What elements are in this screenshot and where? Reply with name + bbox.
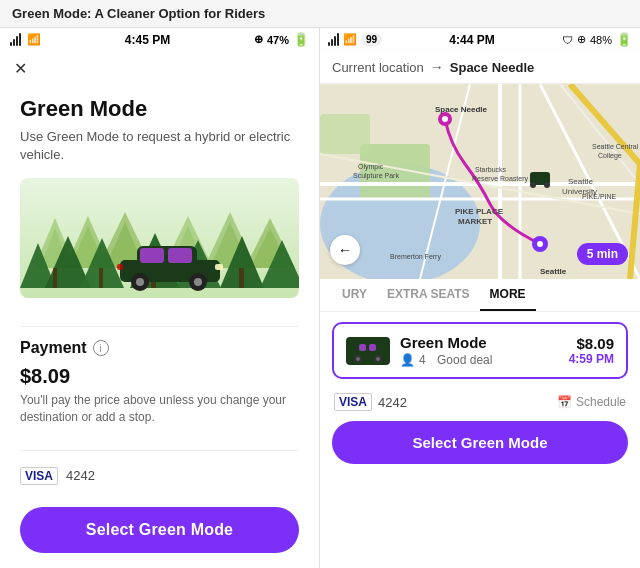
tab-extra-seats[interactable]: EXTRA SEATS [377,279,480,311]
svg-point-66 [544,182,550,188]
payment-section: Payment i [20,339,299,357]
svg-point-74 [376,357,380,361]
illustration [20,178,299,298]
svg-rect-32 [215,264,223,270]
eta-badge: 5 min [577,243,628,265]
svg-text:PIKE PLACE: PIKE PLACE [455,207,504,216]
svg-text:MARKET: MARKET [458,217,492,226]
svg-text:Seattle: Seattle [540,267,567,276]
ride-price: $8.09 [569,335,614,352]
right-select-button-container: Select Green Mode [320,421,640,478]
right-card-number: 4242 [378,395,407,410]
svg-text:Starbucks: Starbucks [475,166,507,173]
wifi-icon: 📶 [27,33,41,46]
schedule-label: Schedule [576,395,626,409]
ride-car-icon [349,340,387,362]
svg-text:Bremerton Ferry: Bremerton Ferry [390,253,441,261]
svg-point-47 [442,116,448,122]
map-area[interactable]: Space Needle Seattle Olympic Sculpture P… [320,84,640,279]
svg-rect-19 [53,268,57,288]
schedule-button[interactable]: 📅 Schedule [557,395,626,409]
svg-rect-26 [140,248,164,263]
battery-icon: 🔋 [293,32,309,47]
svg-point-72 [356,357,360,361]
location-bar: Current location → Space Needle [320,51,640,84]
right-visa-logo: VISA [334,393,372,411]
seats-count: 4 [419,353,426,367]
right-status-bar: 📶 99 4:44 PM 🛡 ⊕ 48% 🔋 [320,28,640,51]
svg-rect-69 [359,344,366,351]
signal-icon [10,34,21,46]
svg-text:Seattle: Seattle [568,177,593,186]
svg-text:Space Needle: Space Needle [435,105,488,114]
right-battery: 48% [590,34,612,46]
svg-rect-70 [369,344,376,351]
close-button[interactable]: ✕ [0,51,319,86]
svg-text:Seattle Central: Seattle Central [592,143,639,150]
right-battery-icon: 🔋 [616,32,632,47]
right-visa-left: VISA 4242 [334,393,407,411]
tabs-row: URY EXTRA SEATS MORE [320,279,640,312]
svg-text:Reserve Roastery: Reserve Roastery [472,175,529,183]
ride-price-col: $8.09 4:59 PM [569,335,614,366]
page-title: Green Mode: A Cleaner Option for Riders [12,6,265,21]
right-time: 4:44 PM [449,33,494,47]
svg-rect-23 [239,268,244,288]
visa-row: VISA 4242 [20,467,299,485]
select-green-mode-button[interactable]: Select Green Mode [20,507,299,553]
svg-point-49 [537,241,543,247]
svg-point-29 [136,278,144,286]
card-number: 4242 [66,468,95,483]
svg-rect-20 [99,268,103,288]
location-icon: ⊕ [254,33,263,46]
tab-more[interactable]: MORE [480,279,536,311]
back-button[interactable]: ← [330,235,360,265]
location-from: Current location [332,60,424,75]
price-note: You'll pay the price above unless you ch… [20,392,299,426]
select-button-container: Select Green Mode [0,495,319,568]
left-content: Green Mode Use Green Mode to request a h… [0,86,319,495]
info-icon[interactable]: i [93,340,109,356]
left-panel: 📶 4:45 PM ⊕ 47% 🔋 ✕ Green Mode Use Green… [0,28,320,568]
svg-point-65 [530,182,536,188]
svg-rect-33 [117,264,123,270]
visa-logo: VISA [20,467,58,485]
svg-point-31 [194,278,202,286]
left-battery: 47% [267,34,289,46]
title-bar: Green Mode: A Cleaner Option for Riders [0,0,640,28]
notification-badge: 99 [361,33,382,46]
green-mode-desc: Use Green Mode to request a hybrid or el… [20,128,299,164]
ride-time: 4:59 PM [569,352,614,366]
location-arrow-icon: → [430,59,444,75]
right-select-green-mode-button[interactable]: Select Green Mode [332,421,628,464]
right-wifi-icon: 📶 [343,33,357,46]
location-to: Space Needle [450,60,535,75]
price-display: $8.09 [20,365,299,388]
ride-name: Green Mode [400,334,559,351]
svg-rect-27 [168,248,192,263]
tab-ury[interactable]: URY [332,279,377,311]
svg-text:Sculpture Park: Sculpture Park [353,172,399,180]
svg-text:PIKE/PINE: PIKE/PINE [582,193,617,200]
ride-option[interactable]: Green Mode 👤 4 Good deal $8.09 4:59 PM [332,322,628,379]
svg-text:Olympic: Olympic [358,163,384,171]
deal-label: Good deal [437,353,492,367]
calendar-icon: 📅 [557,395,572,409]
right-visa-row: VISA 4242 📅 Schedule [320,389,640,421]
payment-label: Payment [20,339,87,357]
ride-info: Green Mode 👤 4 Good deal [400,334,559,367]
seats-icon: 👤 [400,353,415,367]
right-signal-icon [328,34,339,46]
svg-rect-37 [320,114,370,154]
right-panel: 📶 99 4:44 PM 🛡 ⊕ 48% 🔋 Current location … [320,28,640,568]
svg-text:College: College [598,152,622,160]
divider-2 [20,450,299,451]
ride-icon [346,337,390,365]
shield-icon: 🛡 [562,34,573,46]
ride-sub: 👤 4 Good deal [400,353,559,367]
divider-1 [20,326,299,327]
left-time: 4:45 PM [125,33,170,47]
left-status-bar: 📶 4:45 PM ⊕ 47% 🔋 [0,28,319,51]
right-location-icon: ⊕ [577,33,586,46]
car-illustration [115,232,225,292]
